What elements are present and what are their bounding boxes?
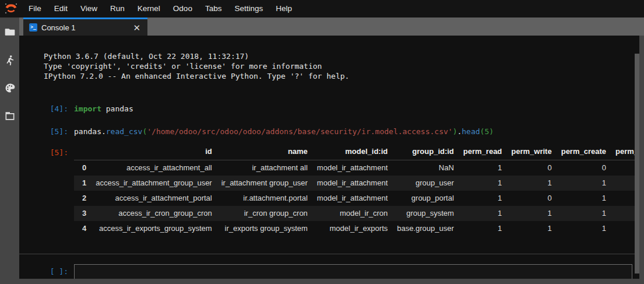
table-row: 3access_ir_cron_group_cronir_cron group_… [74, 206, 639, 221]
menu-kernel[interactable]: Kernel [131, 0, 167, 17]
table-cell: model_ir_attachment [312, 160, 392, 176]
column-header: name [217, 145, 312, 160]
code-line-import-pandas: import pandas [74, 104, 133, 114]
table-cell: ir_attachment all [217, 160, 312, 176]
code-cell-4: [4]: import pandas [19, 104, 639, 114]
table-cell: 1 [506, 176, 556, 191]
table-cell: access_ir_exports_group_system [91, 221, 216, 236]
open-tabs-icon[interactable] [3, 110, 16, 122]
table-cell: ir_cron group_cron [217, 206, 312, 221]
table-cell: group_portal [392, 191, 459, 206]
input-prompt-5: [5]: [19, 127, 74, 136]
dataframe-table: idnamemodel_id:idgroup_id:idperm_readper… [74, 145, 639, 236]
input-prompt-4: [4]: [19, 104, 74, 114]
table-cell: model_ir_attachment [312, 191, 392, 206]
menu-help[interactable]: Help [269, 0, 298, 17]
table-cell: ir.attachment.portal [217, 191, 312, 206]
menu-file[interactable]: File [22, 0, 48, 17]
table-row: 0access_ir_attachment_allir_attachment a… [74, 160, 639, 176]
row-index: 3 [74, 206, 91, 221]
table-cell: group_user [392, 176, 459, 191]
kernel-banner: Python 3.6.7 (default, Oct 22 2018, 11:3… [44, 51, 639, 81]
menu-view[interactable]: View [74, 0, 104, 17]
table-cell: access_ir_attachment_group_user [91, 176, 216, 191]
table-cell: 0 [506, 191, 556, 206]
table-row: 2access_ir_attachment_portalir.attachmen… [74, 191, 639, 206]
column-header: id [91, 145, 216, 160]
table-cell: 1 [459, 176, 506, 191]
table-cell: model_ir_exports [312, 221, 392, 236]
odoo-logo-icon [0, 0, 22, 17]
column-header: perm_create [557, 145, 611, 160]
column-header: model_id:id [312, 145, 392, 160]
table-cell: 0 [557, 160, 611, 176]
table-cell: ir_attachment group_user [217, 176, 312, 191]
left-sidebar [0, 17, 19, 284]
table-cell: 0 [506, 160, 556, 176]
console-icon: >_ [29, 23, 37, 31]
table-cell: access_ir_attachment_portal [91, 191, 216, 206]
table-cell: NaN [392, 160, 459, 176]
menu-settings[interactable]: Settings [228, 0, 269, 17]
menu-bar: FileEditViewRunKernelOdooTabsSettingsHel… [0, 0, 644, 17]
menu-edit[interactable]: Edit [48, 0, 74, 17]
output-prompt-5: [5]: [19, 145, 74, 157]
main-dock-panel: >_ Console 1 ✕ Python 3.6.7 (default, Oc… [19, 17, 644, 284]
tab-bar: >_ Console 1 ✕ [19, 17, 644, 36]
table-row: 1access_ir_attachment_group_userir_attac… [74, 176, 639, 191]
code-line-read-csv: pandas.read_csv('/home/odoo/src/odoo/odo… [74, 127, 494, 136]
table-cell: access_ir_attachment_all [91, 160, 216, 176]
table-cell: 1 [557, 176, 611, 191]
input-separator [19, 254, 639, 254]
palette-icon[interactable] [3, 82, 16, 94]
column-header: perm_write [506, 145, 556, 160]
table-cell: 1 [557, 191, 611, 206]
console-input-cell: [ ]: [19, 264, 639, 279]
empty-input-prompt: [ ]: [19, 264, 74, 279]
table-cell: model_ir_cron [312, 206, 392, 221]
menu-tabs[interactable]: Tabs [199, 0, 228, 17]
dataframe-header: idnamemodel_id:idgroup_id:idperm_readper… [74, 145, 639, 160]
output-cell-5: [5]: idnamemodel_id:idgroup_id:idperm_re… [19, 145, 639, 236]
console-panel: Python 3.6.7 (default, Oct 22 2018, 11:3… [19, 36, 639, 279]
console-code-input[interactable] [74, 264, 632, 279]
row-index: 0 [74, 160, 91, 176]
table-cell: model_ir_attachment [312, 176, 392, 191]
column-header [74, 145, 91, 160]
menu-run[interactable]: Run [104, 0, 131, 17]
table-cell: 1 [459, 191, 506, 206]
table-cell: 1 [557, 221, 611, 236]
table-row: 4access_ir_exports_group_systemir_export… [74, 221, 639, 236]
table-cell: base.group_user [392, 221, 459, 236]
table-cell: group_system [392, 206, 459, 221]
table-cell: 1 [506, 206, 556, 221]
table-cell: access_ir_cron_group_cron [91, 206, 216, 221]
column-header: group_id:id [392, 145, 459, 160]
menu-items: FileEditViewRunKernelOdooTabsSettingsHel… [22, 0, 298, 17]
table-cell: 1 [459, 221, 506, 236]
table-cell: 1 [557, 206, 611, 221]
column-header: perm_read [459, 145, 506, 160]
row-index: 1 [74, 176, 91, 191]
row-index: 4 [74, 221, 91, 236]
code-cell-5: [5]: pandas.read_csv('/home/odoo/src/odo… [19, 127, 639, 136]
tab-label: Console 1 [41, 23, 76, 32]
panel-right-border [635, 54, 639, 274]
tab-console-1[interactable]: >_ Console 1 ✕ [23, 17, 147, 36]
table-cell: 1 [506, 221, 556, 236]
close-tab-icon[interactable]: ✕ [131, 23, 143, 32]
folder-icon[interactable] [3, 26, 16, 38]
table-cell: ir_exports group_system [217, 221, 312, 236]
row-index: 2 [74, 191, 91, 206]
menu-odoo[interactable]: Odoo [167, 0, 199, 17]
table-cell: 1 [459, 206, 506, 221]
table-cell: 1 [459, 160, 506, 176]
running-person-icon[interactable] [3, 54, 16, 66]
